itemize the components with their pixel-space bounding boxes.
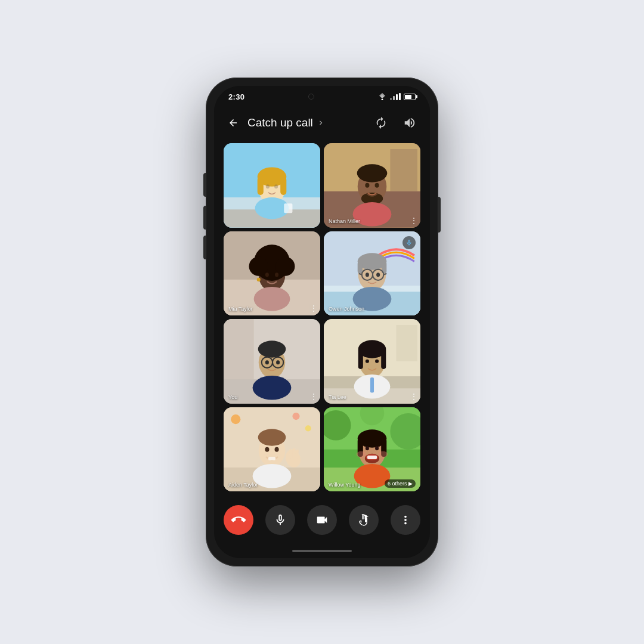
rotate-icon[interactable] <box>370 112 392 134</box>
svg-point-54 <box>253 376 292 400</box>
home-bar <box>292 550 352 552</box>
svg-point-96 <box>375 446 379 450</box>
svg-point-95 <box>366 446 369 450</box>
svg-point-11 <box>274 184 278 188</box>
battery-icon <box>404 94 416 100</box>
phone-device: 2:30 <box>206 78 438 566</box>
participant-6-video <box>324 319 420 404</box>
svg-point-45 <box>376 273 380 277</box>
mute-button[interactable] <box>265 505 295 535</box>
participant-6-cell[interactable]: Tia Lee ⋮ <box>324 319 420 404</box>
svg-point-76 <box>253 464 292 488</box>
participant-3-video <box>224 231 320 316</box>
top-bar: Catch up call <box>214 107 430 138</box>
participant-6-label: Tia Lee <box>329 394 346 400</box>
svg-point-0 <box>381 99 383 101</box>
svg-point-8 <box>255 197 289 219</box>
participant-7-label: Aiden Taylor <box>228 482 258 488</box>
participant-2-video <box>324 143 420 228</box>
svg-point-29 <box>275 273 278 277</box>
svg-point-19 <box>365 183 369 188</box>
svg-rect-60 <box>397 325 417 361</box>
svg-point-75 <box>258 429 286 445</box>
svg-point-56 <box>276 360 280 364</box>
video-grid: Nathan Miller ⋮ <box>214 138 430 496</box>
participant-1-video <box>224 143 320 228</box>
status-bar: 2:30 <box>214 86 430 107</box>
svg-rect-64 <box>381 348 386 369</box>
svg-rect-6 <box>258 177 264 195</box>
home-indicator <box>214 544 430 558</box>
participant-5-label: You <box>228 394 237 400</box>
chevron-right-icon <box>317 119 325 127</box>
participant-3-more[interactable]: ⋮ <box>309 304 318 313</box>
svg-rect-48 <box>224 319 254 379</box>
participant-4-audio <box>402 236 416 249</box>
svg-point-55 <box>265 360 269 364</box>
more-options-button[interactable] <box>391 505 420 535</box>
svg-rect-9 <box>284 203 292 213</box>
svg-point-72 <box>292 412 299 419</box>
wifi-icon <box>377 93 387 100</box>
participant-3-label: Mia Taylor <box>228 306 253 312</box>
participant-8-cell[interactable]: Willow Young 6 others ▶ <box>324 407 420 492</box>
camera-dot <box>308 94 314 100</box>
participant-2-more[interactable]: ⋮ <box>410 216 418 225</box>
svg-point-16 <box>357 164 388 182</box>
participant-7-cell[interactable]: Aiden Taylor <box>224 407 320 492</box>
participant-8-label: Willow Young <box>329 482 361 488</box>
svg-point-26 <box>275 256 295 275</box>
svg-rect-63 <box>358 348 363 369</box>
svg-point-81 <box>265 447 269 451</box>
svg-point-20 <box>375 183 379 188</box>
svg-rect-36 <box>358 261 363 273</box>
status-time: 2:30 <box>228 92 244 101</box>
camera-button[interactable] <box>307 505 337 535</box>
participant-5-more[interactable]: ⋮ <box>309 392 318 401</box>
end-call-button[interactable] <box>224 505 253 535</box>
back-button[interactable] <box>224 113 243 132</box>
participant-5-video <box>224 319 320 404</box>
svg-point-82 <box>275 447 279 451</box>
svg-point-10 <box>266 184 270 188</box>
svg-point-28 <box>265 273 269 277</box>
svg-rect-7 <box>280 177 286 195</box>
participant-5-cell[interactable]: You ⋮ <box>224 319 320 404</box>
svg-rect-66 <box>370 377 374 392</box>
call-controls <box>214 496 430 544</box>
svg-rect-14 <box>390 149 417 191</box>
others-count-badge: 6 others ▶ <box>385 479 416 488</box>
participant-3-cell[interactable]: Mia Taylor ⋮ <box>224 231 320 316</box>
participant-4-label: Owen Johnson <box>329 306 364 312</box>
svg-point-44 <box>366 273 369 277</box>
svg-point-30 <box>257 277 261 281</box>
top-actions <box>370 112 420 134</box>
svg-point-67 <box>366 360 369 363</box>
participant-2-cell[interactable]: Nathan Miller ⋮ <box>324 143 420 228</box>
svg-point-71 <box>231 414 240 424</box>
svg-point-50 <box>258 340 286 357</box>
svg-rect-83 <box>268 456 275 460</box>
signal-icon <box>390 93 401 100</box>
raise-hand-button[interactable] <box>349 505 379 535</box>
participant-8-video <box>324 407 420 492</box>
svg-point-73 <box>305 425 311 431</box>
participant-4-cell[interactable]: Owen Johnson <box>324 231 420 316</box>
svg-point-68 <box>375 360 379 363</box>
participant-6-more[interactable]: ⋮ <box>410 392 418 401</box>
status-icons <box>377 93 416 100</box>
svg-point-101 <box>378 451 388 457</box>
participant-2-label: Nathan Miller <box>329 218 360 224</box>
participant-7-video <box>224 407 320 492</box>
call-title: Catch up call <box>247 116 366 129</box>
participant-1-cell[interactable] <box>224 143 320 228</box>
svg-point-100 <box>357 451 366 457</box>
audio-output-icon[interactable] <box>399 112 420 134</box>
svg-point-25 <box>249 256 268 275</box>
call-title-text: Catch up call <box>247 116 313 129</box>
svg-rect-99 <box>367 455 377 459</box>
svg-point-27 <box>254 287 290 311</box>
phone-screen: 2:30 <box>214 86 430 558</box>
